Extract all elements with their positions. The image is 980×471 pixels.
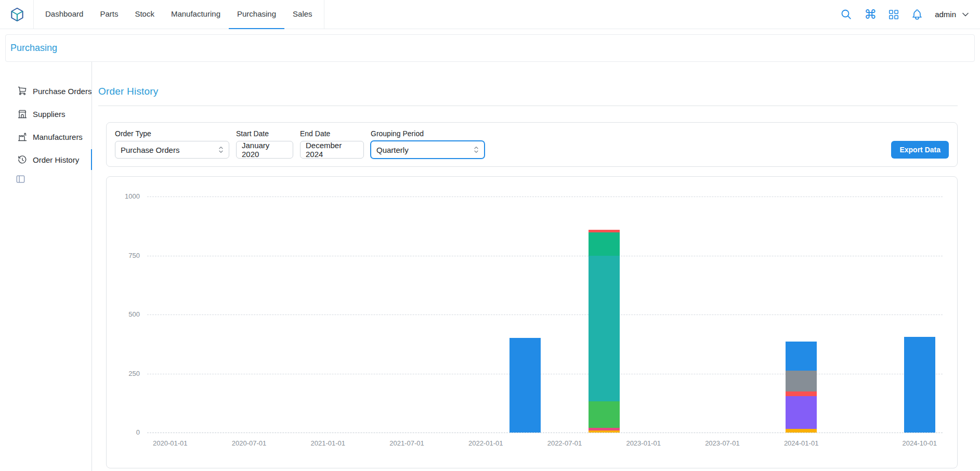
y-axis-tick: 750 — [111, 252, 140, 259]
x-axis-tick: 2020-01-01 — [153, 439, 188, 447]
bell-icon[interactable] — [911, 8, 923, 21]
grouping-period-value: Quarterly — [376, 146, 409, 154]
tab-purchasing[interactable]: Purchasing — [229, 0, 284, 29]
app-logo-icon[interactable] — [9, 7, 25, 22]
page-title: Order History — [98, 86, 958, 97]
order-history-chart: 025050075010002020-01-012020-07-012021-0… — [147, 197, 943, 433]
page-header-panel: Purchasing — [5, 34, 975, 62]
order-type-group: Order Type Purchase Orders — [115, 129, 229, 159]
gridline — [147, 374, 943, 374]
x-axis-tick: 2022-07-01 — [547, 439, 582, 447]
tab-parts[interactable]: Parts — [92, 0, 126, 29]
content-area: Purchase Orders Suppliers Manufacturers … — [0, 62, 980, 471]
sidebar-item-manufacturers[interactable]: Manufacturers — [0, 125, 92, 148]
bar-segment — [589, 401, 620, 428]
bar-segment — [589, 428, 620, 430]
end-date-value: December 2024 — [306, 141, 358, 159]
start-date-value: January 2020 — [242, 141, 288, 159]
sidebar-item-purchase-orders[interactable]: Purchase Orders — [0, 80, 92, 102]
end-date-label: End Date — [300, 129, 364, 138]
start-date-label: Start Date — [236, 129, 293, 138]
order-type-select[interactable]: Purchase Orders — [115, 141, 229, 159]
grouping-period-select[interactable]: Quarterly — [371, 141, 485, 159]
order-type-label: Order Type — [115, 129, 229, 138]
sidebar-collapse-icon[interactable] — [16, 174, 25, 184]
start-date-input[interactable]: January 2020 — [236, 141, 293, 159]
search-icon[interactable] — [840, 8, 853, 21]
start-date-group: Start Date January 2020 — [236, 129, 293, 159]
end-date-group: End Date December 2024 — [300, 129, 364, 159]
filter-panel: Order Type Purchase Orders Start Date Ja… — [106, 122, 958, 167]
bar-segment — [786, 429, 817, 433]
sidebar-item-label: Purchase Orders — [33, 87, 92, 96]
main-panel: Order History Order Type Purchase Orders… — [92, 62, 980, 471]
breadcrumb[interactable]: Purchasing — [10, 43, 57, 53]
x-axis-tick: 2021-01-01 — [310, 439, 345, 447]
tab-stock[interactable]: Stock — [126, 0, 163, 29]
end-date-input[interactable]: December 2024 — [300, 141, 364, 159]
sidebar-item-order-history[interactable]: Order History — [0, 148, 92, 171]
y-axis-tick: 0 — [111, 428, 140, 436]
selector-icon — [472, 145, 481, 154]
y-axis-tick: 250 — [111, 370, 140, 377]
tab-dashboard[interactable]: Dashboard — [37, 0, 92, 29]
chart-panel: 025050075010002020-01-012020-07-012021-0… — [106, 176, 958, 468]
gridline — [147, 197, 943, 197]
sidebar-item-suppliers[interactable]: Suppliers — [0, 102, 92, 125]
gridline — [147, 315, 943, 315]
navbar-actions: ⌘ admin — [840, 8, 971, 21]
history-icon — [17, 154, 28, 165]
sidebar-item-label: Suppliers — [33, 110, 66, 119]
bar-segment — [589, 232, 620, 255]
bar-segment — [509, 338, 541, 433]
x-axis-tick: 2024-01-01 — [784, 439, 819, 447]
y-axis-tick: 1000 — [111, 192, 140, 200]
chevron-down-icon — [960, 9, 971, 20]
sidebar: Purchase Orders Suppliers Manufacturers … — [0, 62, 92, 471]
top-navbar: Dashboard Parts Stock Manufacturing Purc… — [0, 0, 980, 29]
x-axis-tick: 2024-10-01 — [902, 439, 937, 447]
user-name: admin — [935, 10, 956, 19]
gridline — [147, 256, 943, 256]
shopping-cart-icon — [17, 86, 28, 96]
bar-segment — [904, 337, 935, 433]
bar-segment — [786, 342, 817, 370]
bar-segment — [589, 230, 620, 232]
user-menu[interactable]: admin — [935, 9, 971, 20]
command-icon[interactable]: ⌘ — [864, 8, 877, 21]
tab-manufacturing[interactable]: Manufacturing — [163, 0, 229, 29]
export-data-button[interactable]: Export Data — [891, 141, 949, 159]
factory-icon — [17, 132, 28, 142]
bar-segment — [786, 391, 817, 396]
grouping-period-group: Grouping Period Quarterly — [371, 129, 485, 159]
y-axis-tick: 500 — [111, 310, 140, 318]
apps-icon[interactable] — [888, 9, 899, 20]
building-store-icon — [17, 109, 28, 119]
sidebar-item-label: Manufacturers — [33, 133, 83, 141]
sidebar-item-label: Order History — [33, 155, 79, 164]
order-type-value: Purchase Orders — [121, 146, 179, 154]
bar-segment — [589, 256, 620, 402]
x-axis-tick: 2023-01-01 — [626, 439, 661, 447]
bar-segment — [786, 371, 817, 391]
x-axis-tick: 2022-01-01 — [468, 439, 503, 447]
x-axis-tick: 2023-07-01 — [705, 439, 740, 447]
tab-sales[interactable]: Sales — [284, 0, 321, 29]
bar-segment — [589, 430, 620, 433]
selector-icon — [216, 145, 226, 154]
x-axis-tick: 2021-07-01 — [389, 439, 424, 447]
x-axis-tick: 2020-07-01 — [232, 439, 267, 447]
title-divider — [98, 106, 958, 106]
bar-segment — [786, 396, 817, 429]
grouping-period-label: Grouping Period — [371, 129, 485, 138]
main-nav-tabs: Dashboard Parts Stock Manufacturing Purc… — [33, 0, 324, 29]
gridline — [147, 433, 943, 433]
